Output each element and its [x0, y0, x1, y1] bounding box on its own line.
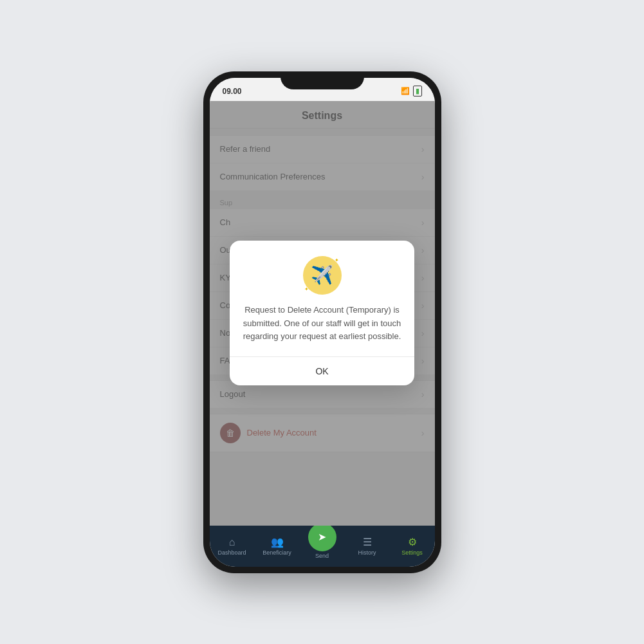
screen-content: Settings Refer a friend › Communication … — [210, 101, 435, 526]
send-icon: ➤ — [318, 531, 326, 543]
nav-label-history: History — [358, 549, 376, 556]
nav-item-send[interactable]: ➤ Send — [300, 533, 345, 559]
star-deco-1: ✦ — [335, 257, 339, 263]
phone-frame: 09.00 📶 ▮ Settings Refer a friend — [203, 71, 441, 573]
battery-icon: ▮ — [413, 86, 422, 97]
nav-item-settings[interactable]: ⚙ Settings — [390, 536, 435, 556]
status-icons: 📶 ▮ — [401, 86, 422, 97]
phone-screen: 09.00 📶 ▮ Settings Refer a friend — [210, 78, 435, 567]
nav-label-send: Send — [315, 553, 329, 559]
status-time: 09.00 — [223, 87, 242, 96]
settings-icon: ⚙ — [408, 536, 417, 548]
send-button[interactable]: ➤ — [308, 523, 336, 551]
modal-message: Request to Delete Account (Temporary) is… — [243, 304, 401, 344]
nav-label-beneficiary: Beneficiary — [262, 549, 291, 556]
nav-item-beneficiary[interactable]: 👥 Beneficiary — [255, 536, 300, 556]
paper-plane-icon: ✈️ ✦ ✦ — [303, 256, 342, 295]
modal-icon-area: ✈️ ✦ ✦ — [243, 256, 401, 295]
wifi-icon: 📶 — [401, 87, 410, 95]
beneficiary-icon: 👥 — [271, 536, 284, 548]
history-icon: ☰ — [363, 536, 372, 548]
home-icon: ⌂ — [229, 537, 235, 548]
modal-overlay: ✈️ ✦ ✦ Request to Delete Account (Tempor… — [210, 101, 435, 526]
modal-ok-button[interactable]: OK — [243, 357, 401, 385]
phone-notch — [281, 71, 364, 89]
nav-label-dashboard: Dashboard — [217, 549, 246, 556]
star-deco-2: ✦ — [304, 286, 309, 292]
nav-label-settings: Settings — [401, 549, 423, 556]
modal-card: ✈️ ✦ ✦ Request to Delete Account (Tempor… — [230, 241, 414, 385]
nav-item-dashboard[interactable]: ⌂ Dashboard — [210, 537, 255, 556]
nav-item-history[interactable]: ☰ History — [345, 536, 390, 556]
bottom-nav: ⌂ Dashboard 👥 Beneficiary ➤ Send ☰ Histo… — [210, 526, 435, 567]
